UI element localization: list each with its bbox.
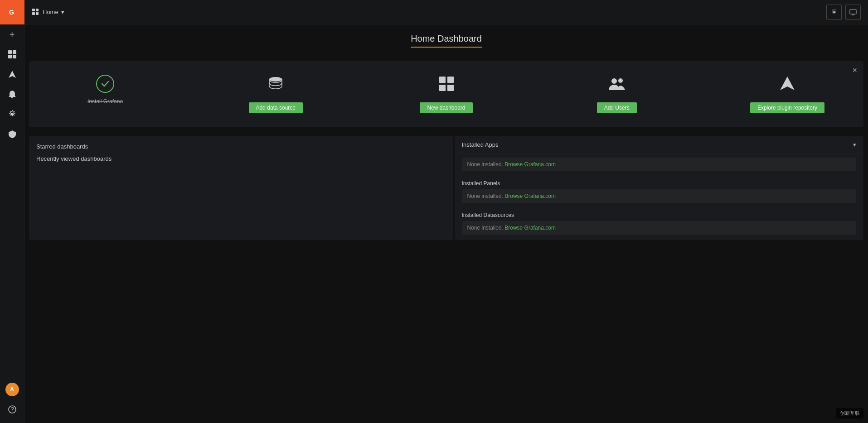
installed-datasources-item: None installed. Browse Grafana.com [462, 221, 857, 235]
install-grafana-label: Install Grafana [87, 98, 123, 105]
svg-point-27 [618, 78, 623, 83]
step-new-dashboard: New dashboard [379, 75, 513, 113]
step-divider-4 [684, 84, 720, 84]
watermark: 创新互联 [836, 408, 863, 418]
installed-datasources-title: Installed Datasources [462, 212, 857, 218]
home-nav-button[interactable]: Home ▾ [32, 8, 64, 16]
sidebar-item-configuration[interactable] [0, 104, 24, 124]
svg-rect-5 [13, 55, 16, 58]
svg-rect-12 [36, 9, 39, 11]
explore-plugins-icon [778, 75, 796, 97]
svg-rect-7 [11, 97, 13, 98]
svg-rect-16 [850, 10, 856, 14]
sidebar-item-shield[interactable] [0, 124, 24, 144]
sidebar-bottom: A ? [0, 380, 24, 423]
installed-datasources-section: Installed Datasources None installed. Br… [455, 208, 864, 240]
svg-text:?: ? [11, 406, 14, 413]
svg-rect-23 [447, 77, 454, 83]
step-add-users: Add Users [550, 75, 684, 113]
installed-panels-item: None installed. Browse Grafana.com [462, 189, 857, 203]
installed-panels-section: Installed Panels None installed. Browse … [455, 177, 864, 208]
svg-point-19 [269, 77, 282, 82]
sidebar-item-help[interactable]: ? [0, 399, 24, 419]
browse-grafana-apps-link[interactable]: Browse Grafana.com [504, 161, 556, 168]
explore-plugins-button[interactable]: Explore plugin repository [750, 102, 824, 113]
home-nav-label: Home [43, 9, 58, 15]
new-dashboard-icon [437, 75, 456, 97]
sidebar-item-profile[interactable]: A [0, 380, 24, 399]
lower-content: Starred dashboards Recently viewed dashb… [29, 136, 863, 240]
starred-dashboards-title: Starred dashboards [36, 143, 446, 150]
browse-grafana-datasources-link[interactable]: Browse Grafana.com [504, 225, 556, 231]
svg-rect-22 [439, 77, 446, 83]
svg-text:G: G [9, 9, 14, 16]
right-panel: Installed Apps ▾ None installed. Browse … [455, 136, 864, 240]
svg-rect-3 [13, 50, 16, 54]
svg-rect-24 [439, 85, 446, 91]
step-add-data-source: Add data source [209, 75, 343, 113]
top-navbar: Home ▾ [24, 0, 868, 24]
svg-point-26 [611, 78, 617, 84]
svg-rect-4 [8, 55, 12, 58]
add-data-source-icon [267, 75, 285, 97]
sidebar-item-create[interactable]: + [0, 24, 24, 44]
main-content: Home Dashboard × Install Grafana [24, 24, 868, 423]
home-nav-chevron: ▾ [61, 9, 64, 15]
svg-point-8 [11, 113, 14, 115]
installed-apps-title: Installed Apps [462, 141, 499, 148]
add-users-icon [608, 75, 626, 97]
installed-apps-item: None installed. Browse Grafana.com [462, 158, 857, 171]
svg-rect-13 [32, 12, 35, 15]
avatar: A [5, 383, 19, 396]
topnav-icon-group [826, 5, 861, 20]
step-divider-1 [172, 84, 209, 84]
right-panel-header: Installed Apps ▾ [455, 136, 864, 154]
add-users-button[interactable]: Add Users [597, 102, 637, 113]
step-install-grafana: Install Grafana [38, 75, 172, 105]
recently-viewed-title: Recently viewed dashboards [36, 155, 446, 162]
close-getting-started-button[interactable]: × [852, 66, 857, 75]
sidebar-item-explore[interactable] [0, 64, 24, 84]
installed-apps-section: None installed. Browse Grafana.com [455, 154, 864, 177]
svg-rect-2 [8, 50, 12, 54]
svg-marker-6 [9, 71, 16, 78]
installed-panels-title: Installed Panels [462, 180, 857, 187]
page-title-area: Home Dashboard [24, 34, 868, 48]
svg-rect-11 [32, 9, 35, 11]
grafana-logo[interactable]: G [0, 0, 24, 24]
install-grafana-icon [96, 75, 114, 93]
browse-grafana-panels-link[interactable]: Browse Grafana.com [504, 193, 556, 199]
sidebar-item-alerting[interactable] [0, 84, 24, 104]
step-divider-2 [343, 84, 379, 84]
sidebar: G + A ? [0, 0, 24, 423]
main-area: Home ▾ Home Dashboard [24, 0, 868, 423]
sidebar-item-dashboards[interactable] [0, 44, 24, 64]
new-dashboard-button[interactable]: New dashboard [420, 102, 472, 113]
settings-button[interactable] [826, 5, 842, 20]
svg-rect-25 [447, 85, 454, 91]
getting-started-panel: × Install Grafana [29, 61, 863, 127]
add-data-source-button[interactable]: Add data source [249, 102, 303, 113]
tv-mode-button[interactable] [845, 5, 861, 20]
svg-rect-14 [36, 12, 39, 15]
right-panel-chevron[interactable]: ▾ [853, 141, 856, 148]
page-title: Home Dashboard [411, 34, 482, 48]
step-divider-3 [514, 84, 550, 84]
getting-started-steps: Install Grafana [38, 75, 854, 113]
left-panel: Starred dashboards Recently viewed dashb… [29, 136, 453, 240]
step-explore-plugins: Explore plugin repository [720, 75, 854, 113]
